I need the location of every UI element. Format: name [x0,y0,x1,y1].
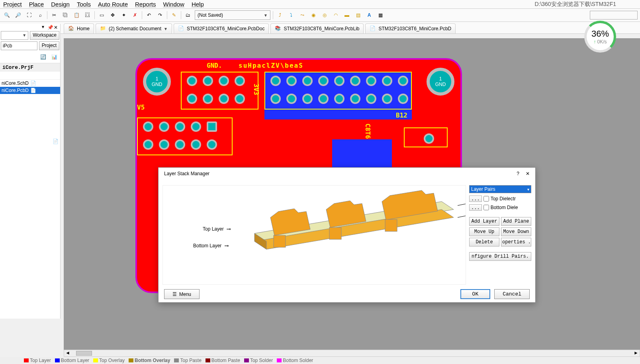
scroll-right-icon[interactable]: ► [632,350,640,356]
layer-tab-topov[interactable]: Top Overlay [93,357,125,364]
tab-home[interactable]: 🏠 Home [64,23,94,33]
close-icon[interactable]: ✕ [526,171,530,176]
place-via-icon[interactable]: ◎ [320,11,329,20]
silk-label: suHpaclZV\beaS [239,62,303,69]
layer-tab-top[interactable]: Top Layer [24,357,51,364]
cut-icon[interactable]: ✂ [50,11,59,20]
add-layer-button[interactable]: Add Layer [469,217,499,226]
menu-autoroute[interactable]: Auto Route [98,1,128,8]
tab-pcblib[interactable]: 📚 STM32F103C8T6_MiniCore.PcbLib [270,23,364,33]
folder-icon: 📁 [100,25,106,32]
main-toolbar: 🔍 🔎 ⛶ ⌕ ✂ ⿻ 📋 ⿴ ▭ ✥ ✦ ✗ ↶ ↷ ✎ 🗂 (Not Sav… [0,9,640,22]
menu-help[interactable]: Help [192,1,204,8]
place-text-icon[interactable]: A [365,11,374,20]
layer-pairs-select[interactable]: Layer Pairs ▾ [469,185,531,193]
tab-schematic[interactable]: 📁 (2) Schematic Document ▼ [96,23,172,33]
properties-button[interactable]: operties . [501,238,531,247]
horizontal-scrollbar[interactable]: ◄ ► [64,350,640,357]
scroll-left-icon[interactable]: ◄ [64,350,71,356]
top-dielectric-browse[interactable]: ... [469,196,482,202]
download-gauge: 36% ↑ 0K/s [584,21,616,53]
chevron-down-icon: ▾ [527,187,529,192]
bottom-dielectric-browse[interactable]: ... [469,204,482,211]
clear-icon[interactable]: ✗ [131,11,139,20]
drill-pairs-button[interactable]: nfigure Drill Pairs. [469,252,531,261]
paste-icon[interactable]: 📋 [72,11,81,20]
layer-tabs-bar: Top Layer Bottom Layer Top Overlay Botto… [0,357,640,364]
zoom-fit-icon[interactable]: ⛶ [25,11,33,20]
route-multi-icon[interactable]: ⤳ [298,11,307,20]
tree-item-empty: 📄 [0,138,60,145]
dialog-menu-button[interactable]: ☰ Menu [164,289,200,299]
zoom-area-icon[interactable]: ⌕ [36,11,45,20]
svg-line-10 [458,213,466,217]
highlight-icon[interactable]: ✎ [170,11,178,20]
chevron-down-icon: ▼ [264,13,268,18]
panel-close-icon[interactable]: ✕ [54,25,59,29]
zoom-tool-icon[interactable]: 🔎 [14,11,22,20]
paste-special-icon[interactable]: ⿴ [83,11,92,20]
place-pad-icon[interactable]: ◉ [309,11,318,20]
tab-pcbd[interactable]: 📄 STM32F103C8T6_MiniCore.PcbD [365,23,456,33]
document-tabs: 🏠 Home 📁 (2) Schematic Document ▼ 📄 STM3… [0,22,640,34]
workspace-button[interactable]: Workspace [30,31,59,40]
menu-project[interactable]: Project [3,1,22,8]
ok-button[interactable]: OK [460,289,491,299]
workspace-combo[interactable]: ▼ [1,31,28,40]
menu-window[interactable]: Window [163,1,184,8]
pad [424,133,434,144]
panel-menu-icon[interactable]: ▼ [41,25,46,29]
cancel-button[interactable]: Cancel [494,289,530,299]
route-track-icon[interactable]: ⤴ [276,11,284,20]
tree-item-pcb[interactable]: niCore.PcbD 📄 [0,87,60,94]
redo-icon[interactable]: ↷ [156,11,164,20]
project-node[interactable]: iCore.PrjF [0,63,60,72]
menu-bar: Project Place Design Tools Auto Route Re… [0,0,640,9]
layer-tab-bottom[interactable]: Bottom Layer [55,357,89,364]
route-diff-icon[interactable]: ⤵ [287,11,296,20]
menu-place[interactable]: Place [29,1,44,8]
layer-tab-bpaste[interactable]: Bottom Paste [206,357,240,364]
mounting-hole: 1GND [427,68,454,96]
layer-stack-dialog: Layer Stack Manager ? ✕ Top Layer ⟶ Bott… [158,167,536,303]
layer-stack-preview: Top Layer ⟶ Bottom Layer ⟶ [162,185,466,285]
top-dielectric-check[interactable] [483,196,489,202]
search-combo[interactable] [590,11,638,20]
move-icon[interactable]: ✥ [108,11,117,20]
help-icon[interactable]: ? [517,171,519,176]
bottom-dielectric-check[interactable] [483,205,489,210]
layer-tab-tsolder[interactable]: Top Solder [244,357,273,364]
layer-tab-botov[interactable]: Bottom Overlay [129,357,170,364]
copy-icon[interactable]: ⿻ [61,11,70,20]
layer-tab-bsolder[interactable]: Bottom Solder [277,357,313,364]
tree-item-sch[interactable]: niCore.SchD 📄 [0,80,60,87]
place-arc-icon[interactable]: ◠ [331,11,340,20]
zoom-in-icon[interactable]: 🔍 [2,11,11,20]
select-rect-icon[interactable]: ▭ [97,11,106,20]
refresh-icon[interactable]: 🔄 [39,53,47,61]
scroll-thumb[interactable] [76,351,92,356]
menu-reports[interactable]: Reports [135,1,156,8]
menu-design[interactable]: Design [51,1,70,8]
document-combo[interactable]: (Not Saved)▼ [195,10,270,20]
panel-pin-icon[interactable]: 📌 [47,25,52,29]
delete-button[interactable]: Delete [469,238,499,247]
browse-icon[interactable]: 🗂 [184,11,192,20]
add-plane-button[interactable]: Add Plane [501,217,531,226]
silk-label: GND. [207,62,222,69]
menu-tools[interactable]: Tools [77,1,91,8]
place-fill-icon[interactable]: ▬ [343,11,351,20]
structure-icon[interactable]: 📊 [50,53,59,61]
menu-icon: ☰ [172,292,177,297]
move-down-button[interactable]: Move Down [501,227,531,236]
project-text: iPcb [1,41,37,50]
move-up-button[interactable]: Move Up [469,227,499,236]
silk-label: B12 [396,112,407,119]
deselect-icon[interactable]: ✦ [119,11,128,20]
undo-icon[interactable]: ↶ [145,11,153,20]
layer-tab-tpaste[interactable]: Top Paste [174,357,201,364]
place-array-icon[interactable]: ▦ [376,11,385,20]
place-poly-icon[interactable]: ▤ [354,11,362,20]
project-button[interactable]: Project [39,41,59,50]
tab-pcbdoc[interactable]: 📄 STM32F103C8T6_MiniCore.PcbDoc [174,23,269,33]
